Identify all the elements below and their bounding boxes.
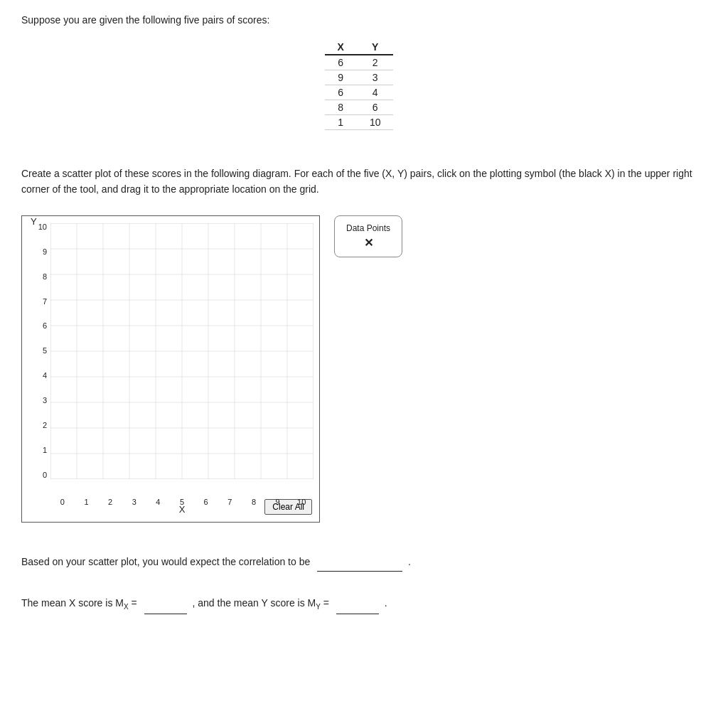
mean-y-subscript: Y bbox=[316, 603, 321, 611]
plot-container: Y bbox=[21, 215, 320, 523]
col-y-header: Y bbox=[357, 40, 394, 55]
cell-y: 10 bbox=[357, 115, 394, 130]
x-tick-1: 1 bbox=[75, 498, 99, 506]
grid-svg bbox=[50, 223, 314, 479]
table-row: 93 bbox=[325, 70, 394, 85]
y-tick-3: 3 bbox=[33, 397, 47, 405]
cell-x: 1 bbox=[325, 115, 357, 130]
y-tick-5: 5 bbox=[33, 347, 47, 355]
plot-area: Y bbox=[50, 223, 314, 493]
correlation-question-text: Based on your scatter plot, you would ex… bbox=[21, 556, 310, 567]
mean-and-text: , and the mean Y score is M bbox=[192, 597, 316, 609]
mean-y-blank[interactable] bbox=[336, 594, 379, 614]
x-tick-9: 9 bbox=[266, 498, 290, 506]
x-tick-8: 8 bbox=[242, 498, 266, 506]
mean-x-equal: = bbox=[129, 597, 137, 609]
y-tick-7: 7 bbox=[33, 298, 47, 306]
mean-x-subscript: X bbox=[124, 603, 129, 611]
intro-text: Suppose you are given the following five… bbox=[21, 14, 697, 26]
cell-y: 3 bbox=[357, 70, 394, 85]
mean-y-equal: = bbox=[321, 597, 329, 609]
cell-y: 6 bbox=[357, 100, 394, 115]
mean-x-label: The mean X score is M bbox=[21, 597, 124, 609]
y-tick-2: 2 bbox=[33, 422, 47, 429]
col-x-header: X bbox=[325, 40, 357, 55]
x-tick-4: 4 bbox=[146, 498, 171, 506]
y-tick-0: 0 bbox=[33, 471, 47, 479]
mean-x-blank[interactable] bbox=[144, 594, 187, 614]
y-tick-10: 10 bbox=[33, 223, 47, 231]
y-tick-4: 4 bbox=[33, 372, 47, 380]
correlation-answer-blank[interactable] bbox=[317, 551, 402, 572]
mean-question: The mean X score is MX = , and the mean … bbox=[21, 593, 697, 614]
cell-x: 6 bbox=[325, 55, 357, 70]
y-tick-1: 1 bbox=[33, 446, 47, 454]
x-tick-2: 2 bbox=[98, 498, 122, 506]
y-tick-labels: 012345678910 bbox=[33, 223, 47, 479]
table-row: 62 bbox=[325, 55, 394, 70]
y-tick-8: 8 bbox=[33, 273, 47, 281]
table-row: 86 bbox=[325, 100, 394, 115]
scores-table-wrapper: X Y 62936486110 bbox=[21, 40, 697, 151]
y-tick-9: 9 bbox=[33, 248, 47, 256]
cell-x: 6 bbox=[325, 85, 357, 100]
table-row: 64 bbox=[325, 85, 394, 100]
y-tick-6: 6 bbox=[33, 322, 47, 330]
x-tick-3: 3 bbox=[122, 498, 146, 506]
cell-y: 4 bbox=[357, 85, 394, 100]
cell-y: 2 bbox=[357, 55, 394, 70]
plot-section: Y bbox=[21, 215, 697, 523]
table-header-row: X Y bbox=[325, 40, 394, 55]
x-tick-7: 7 bbox=[218, 498, 242, 506]
instruction-text: Create a scatter plot of these scores in… bbox=[21, 166, 697, 198]
cell-x: 9 bbox=[325, 70, 357, 85]
correlation-question: Based on your scatter plot, you would ex… bbox=[21, 551, 697, 572]
cell-x: 8 bbox=[325, 100, 357, 115]
x-tick-6: 6 bbox=[194, 498, 218, 506]
scores-table: X Y 62936486110 bbox=[325, 40, 394, 130]
legend-box: Data Points ✕ bbox=[334, 215, 402, 257]
x-tick-0: 0 bbox=[50, 498, 75, 506]
legend-title: Data Points bbox=[346, 223, 390, 233]
table-row: 110 bbox=[325, 115, 394, 130]
x-axis-label: X bbox=[179, 504, 186, 515]
legend-symbol[interactable]: ✕ bbox=[364, 236, 373, 250]
x-tick-10: 10 bbox=[289, 498, 314, 506]
